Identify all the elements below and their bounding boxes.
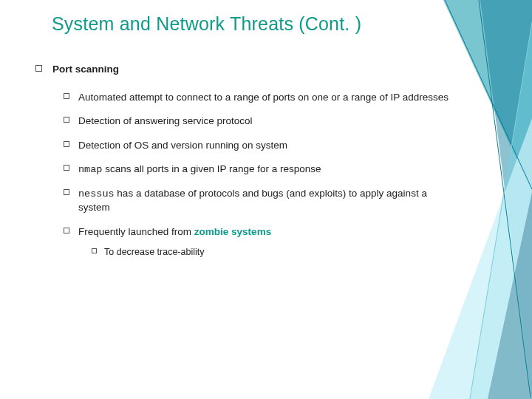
slide-title: System and Network Threats (Cont. ): [52, 13, 361, 35]
subbullet-text: Automated attempt to connect to a range …: [78, 91, 449, 104]
subbullet: Detection of answering service protocol: [64, 115, 449, 128]
text-pre: Frequently launched from: [78, 226, 194, 237]
subbullet-text: nessus has a database of protocols and b…: [78, 187, 449, 214]
subbullet-nessus: nessus has a database of protocols and b…: [64, 187, 449, 214]
subbullet: Automated attempt to connect to a range …: [64, 91, 449, 104]
svg-line-5: [445, 0, 532, 189]
subbullet-text: Frequently launched from zombie systems: [78, 225, 449, 239]
subsubbullet-text: To decrease trace-ability: [104, 246, 449, 259]
text-rest: has a database of protocols and bugs (an…: [78, 188, 427, 213]
bullet-box-icon: [64, 141, 69, 147]
subsubbullet: To decrease trace-ability: [92, 246, 449, 259]
bullet-box-icon: [92, 248, 97, 253]
bullet-box-icon: [64, 117, 69, 123]
svg-marker-2: [469, 22, 532, 399]
svg-marker-1: [480, 0, 532, 399]
bullet-port-scanning: Port scanning: [35, 63, 449, 76]
subbullet: Detection of OS and version running on s…: [64, 139, 449, 152]
slide: System and Network Threats (Cont. ) Port…: [0, 0, 532, 399]
bullet-label: Port scanning: [52, 63, 449, 76]
svg-marker-4: [488, 192, 532, 399]
bullet-box-icon: [64, 189, 69, 195]
subbullet-text: Detection of answering service protocol: [78, 115, 449, 128]
subbullet-zombie: Frequently launched from zombie systems: [64, 225, 449, 239]
bullet-box-icon: [64, 93, 69, 99]
slide-content: Port scanning Automated attempt to conne…: [35, 63, 449, 267]
bullet-box-icon: [64, 165, 69, 171]
subbullet-nmap: nmap scans all ports in a given IP range…: [64, 163, 449, 177]
code-nessus: nessus: [78, 188, 115, 200]
text-rest: scans all ports in a given IP range for …: [102, 163, 321, 174]
svg-line-7: [470, 22, 532, 399]
svg-marker-0: [443, 0, 532, 192]
accent-zombie-systems: zombie systems: [194, 226, 271, 237]
svg-line-6: [479, 0, 531, 398]
bullet-box-icon: [64, 228, 69, 233]
code-nmap: nmap: [78, 164, 102, 175]
subbullet-text: Detection of OS and version running on s…: [78, 139, 449, 152]
bullet-box-icon: [35, 65, 42, 72]
subbullet-text: nmap scans all ports in a given IP range…: [78, 163, 449, 177]
